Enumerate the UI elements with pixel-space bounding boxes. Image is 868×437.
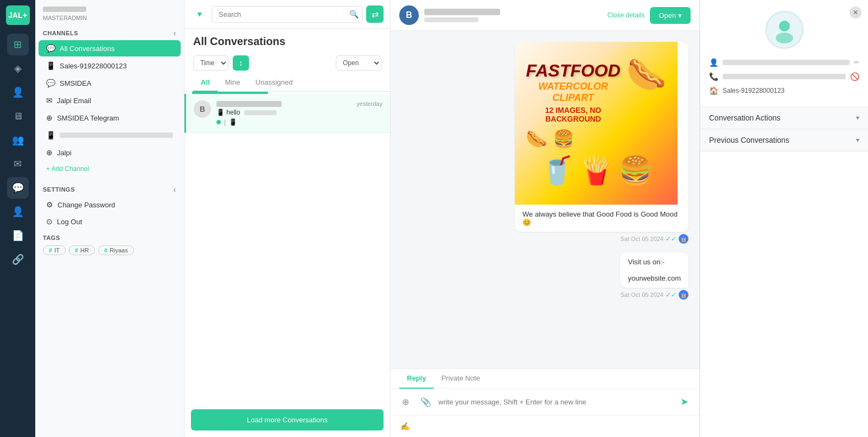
search-input[interactable]	[212, 6, 363, 23]
smsidea-icon: 💬	[46, 79, 55, 87]
person-icon: 👤	[709, 58, 718, 67]
chat-header-avatar: B	[399, 5, 419, 25]
load-more-button[interactable]: Load more Conversations	[191, 409, 384, 430]
telegram-label: SMSIDEA Telegram	[57, 114, 173, 122]
jalpi-label: Jalpi	[57, 149, 173, 157]
team-icon[interactable]: 👥	[7, 129, 29, 151]
mail-icon[interactable]: ✉	[7, 153, 29, 175]
message-2-check: ✓✓	[666, 291, 676, 299]
tab-mine[interactable]: Mine	[218, 74, 248, 92]
food-image: FASTFOOD WATERCOLOR CLIPART 12 IMAGES, N…	[515, 42, 678, 205]
conversation-top: yesterday	[216, 100, 382, 107]
sidebar-header: MASTERADMIN	[35, 0, 184, 24]
time-filter-select[interactable]: Time	[193, 55, 228, 71]
chat-icon[interactable]: 💬	[7, 177, 29, 199]
conversation-item[interactable]: B yesterday 📱 hello | 📱	[184, 94, 390, 133]
paperclip-button[interactable]: 📎	[418, 394, 434, 410]
sidebar-item-jalpi-email[interactable]: ✉ Jalpi Email	[39, 92, 181, 109]
sales-icon: 📱	[46, 61, 55, 70]
conversation-time: yesterday	[356, 100, 382, 107]
tab-all[interactable]: All	[193, 74, 218, 92]
sidebar-item-smsidea[interactable]: 💬 SMSIDEA	[39, 75, 181, 91]
jalpi-email-icon: ✉	[46, 96, 53, 105]
block-icon[interactable]: 🚫	[850, 72, 859, 81]
sidebar-item-smsidea-telegram[interactable]: ⊕ SMSIDEA Telegram	[39, 110, 181, 126]
close-details-link[interactable]: Close details	[607, 11, 644, 19]
contact-channel-row: 🏠 Sales-919228000123	[709, 84, 859, 98]
chat-header-info	[424, 9, 602, 22]
message-2: Visit us on:-yourwebsite.com Sat Oct 05 …	[620, 252, 688, 300]
sidebar-item-jalpi[interactable]: ⊕ Jalpi	[39, 144, 181, 161]
conversation-actions-label: Conversation Actions	[709, 113, 781, 122]
agents-icon[interactable]: 👤	[7, 201, 29, 223]
channels-label: CHANNELS	[43, 30, 78, 36]
sidebar-item-unknown[interactable]: 📱	[39, 127, 181, 143]
add-channel-button[interactable]: + Add Channel	[39, 162, 181, 176]
conversation-tabs: All Mine Unassigned	[184, 74, 390, 92]
sidebar-item-logout[interactable]: ⊙ Log Out	[39, 213, 181, 230]
bot-icon-2: 🤖	[679, 290, 688, 300]
tag-it[interactable]: IT	[43, 245, 66, 255]
signature-button[interactable]: ✍	[397, 419, 412, 434]
sidebar-item-change-password[interactable]: ⚙ Change Password	[39, 197, 181, 213]
close-panel-button[interactable]: ✕	[850, 7, 861, 18]
contact-icon[interactable]: 👤	[7, 81, 29, 103]
food-subtitle: WATERCOLOR CLIPART	[526, 81, 621, 104]
sort-direction-toggle[interactable]: ↕	[233, 55, 249, 71]
tag-hr[interactable]: HR	[69, 245, 95, 255]
tab-unassigned[interactable]: Unassigned	[248, 74, 301, 92]
open-chevron-icon: ▾	[678, 11, 682, 20]
conv-msg-name: hello	[226, 109, 242, 116]
message-2-bubble: Visit us on:-yourwebsite.com	[620, 252, 688, 288]
unknown-icon: 📱	[46, 131, 55, 140]
food-items: 🌭🍔	[526, 129, 621, 149]
whatsapp-icon: 📱	[216, 109, 225, 116]
edit-icon[interactable]: ✏	[854, 59, 859, 66]
previous-conversations-accordion: Previous Conversations ▾	[700, 129, 868, 151]
settings-section-header: SETTINGS ‹	[35, 181, 184, 196]
reply-tab[interactable]: Reply	[399, 369, 433, 389]
sidebar-item-all-conversations[interactable]: 💬 All Conversations	[39, 40, 181, 56]
sidebar-item-sales[interactable]: 📱 Sales-919228000123	[39, 58, 181, 74]
all-conv-icon: 💬	[46, 44, 55, 53]
app-logo[interactable]: JAL+	[6, 5, 30, 25]
sidebar: MASTERADMIN CHANNELS ‹ 💬 All Conversatio…	[35, 0, 184, 437]
phone-icon: 📞	[709, 72, 718, 81]
conversations-panel: ▼ 🔍 ⇄ All Conversations Time ↕ Open All …	[184, 0, 391, 437]
add-attachment-button[interactable]: ⊕	[397, 394, 413, 410]
message-input[interactable]	[438, 398, 671, 406]
contact-name-bar	[723, 60, 850, 65]
previous-conversations-label: Previous Conversations	[709, 136, 789, 144]
previous-conversations-header[interactable]: Previous Conversations ▾	[700, 129, 868, 151]
chat-input-tabs: Reply Private Note	[391, 369, 699, 389]
send-button[interactable]: ➤	[675, 393, 693, 410]
status-filter-select[interactable]: Open	[336, 55, 381, 71]
conversations-title: All Conversations	[184, 29, 390, 52]
tag-riyaas[interactable]: Riyaas	[98, 245, 134, 255]
dashboard-icon[interactable]: ⊞	[7, 34, 29, 55]
conversation-actions-header[interactable]: Conversation Actions ▾	[700, 107, 868, 129]
chat-header: B Close details Open ▾	[391, 0, 699, 31]
filter-button[interactable]: ▼	[191, 5, 208, 23]
search-icon[interactable]: 🔍	[349, 10, 359, 18]
contact-channel-label: Sales-919228000123	[723, 87, 784, 94]
conversations-list: B yesterday 📱 hello | 📱	[184, 92, 390, 403]
open-button[interactable]: Open ▾	[650, 7, 691, 24]
chat-messages: FASTFOOD WATERCOLOR CLIPART 12 IMAGES, N…	[391, 31, 699, 368]
sort-toggle-button[interactable]: ⇄	[366, 5, 384, 23]
doc-icon[interactable]: 📄	[7, 225, 29, 246]
food-caption: We always believe that Good Food is Good…	[515, 205, 688, 232]
food-desc: 12 IMAGES, NO BACKGROUND	[526, 106, 621, 123]
conversation-content: yesterday 📱 hello | 📱	[216, 100, 382, 126]
private-note-tab[interactable]: Private Note	[433, 369, 488, 389]
contact-avatar	[765, 11, 803, 49]
link-icon[interactable]: 🔗	[7, 249, 29, 270]
channels-collapse-icon[interactable]: ‹	[174, 29, 176, 37]
monitor-icon[interactable]: 🖥	[7, 105, 29, 127]
hotdog-emoji: 🌭	[626, 55, 667, 94]
contact-phone-bar	[723, 74, 846, 79]
home-icon: 🏠	[709, 86, 718, 95]
drop-icon[interactable]: ◈	[7, 58, 29, 79]
password-icon: ⚙	[46, 200, 53, 209]
settings-collapse-icon[interactable]: ‹	[174, 185, 176, 194]
